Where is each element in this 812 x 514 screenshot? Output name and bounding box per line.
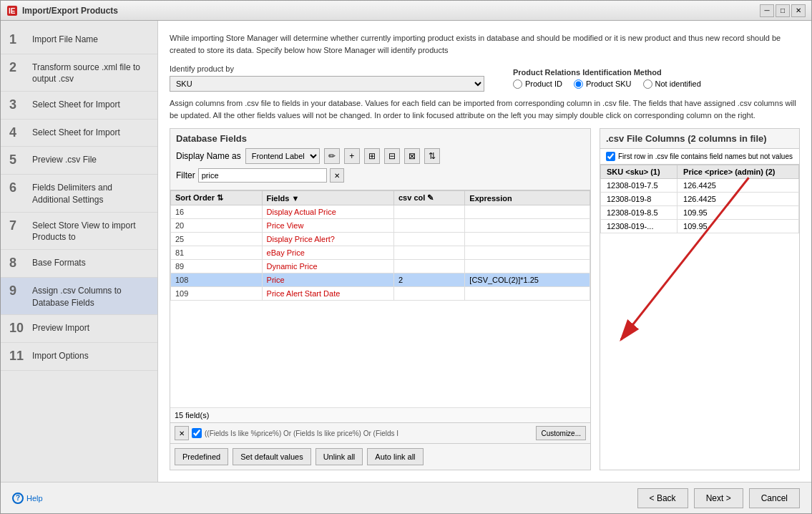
main-window: IE Import/Export Products ─ □ ✕ 1Import … bbox=[0, 0, 812, 514]
sidebar-item-7[interactable]: 7Select Store View to import Products to bbox=[1, 213, 157, 251]
grid1-icon-btn[interactable]: ⊞ bbox=[364, 148, 380, 164]
identify-row: Identify product by SKU Product Relation… bbox=[170, 64, 800, 92]
title-bar: IE Import/Export Products ─ □ ✕ bbox=[1, 1, 811, 21]
identify-select[interactable]: SKU bbox=[170, 76, 484, 92]
filter-checkbox[interactable] bbox=[192, 428, 202, 438]
sidebar: 1Import File Name2Transform source .xml … bbox=[1, 21, 158, 482]
filter-clear-btn[interactable]: ✕ bbox=[330, 168, 344, 183]
sidebar-item-11[interactable]: 11Import Options bbox=[1, 343, 157, 371]
maximize-button[interactable]: □ bbox=[776, 4, 790, 17]
db-fields-table: Sort Order ⇅ Fields ▼ csv col ✎ Expressi… bbox=[170, 190, 590, 301]
grid3-icon-btn[interactable]: ⊠ bbox=[404, 148, 420, 164]
unlink-all-btn[interactable]: Unlink all bbox=[315, 448, 363, 465]
edit-icon-btn[interactable]: ✏ bbox=[324, 148, 340, 164]
window-controls: ─ □ ✕ bbox=[760, 4, 806, 17]
customize-btn[interactable]: Customize... bbox=[536, 426, 586, 440]
csv-row: 12308-019-8.5109.95 bbox=[601, 206, 799, 220]
help-label: Help bbox=[26, 494, 43, 503]
radio-product-sku[interactable]: Product SKU bbox=[574, 79, 632, 89]
csv-row: 12308-019-...109.95 bbox=[601, 220, 799, 233]
col-fields[interactable]: Fields ▼ bbox=[262, 191, 393, 205]
db-fields-table-container: Sort Order ⇅ Fields ▼ csv col ✎ Expressi… bbox=[170, 190, 590, 407]
sidebar-item-2[interactable]: 2Transform source .xml file to output .c… bbox=[1, 54, 157, 92]
predefined-btn[interactable]: Predefined bbox=[175, 448, 228, 465]
back-button[interactable]: < Back bbox=[637, 488, 688, 508]
grid2-icon-btn[interactable]: ⊟ bbox=[384, 148, 400, 164]
next-button[interactable]: Next > bbox=[694, 488, 743, 508]
footer: ? Help < Back Next > Cancel bbox=[1, 482, 811, 513]
footer-buttons: < Back Next > Cancel bbox=[637, 488, 800, 508]
table-row[interactable]: 108 Price 2 [CSV_COL(2)]*1.25 bbox=[171, 273, 590, 287]
close-button[interactable]: ✕ bbox=[791, 4, 806, 17]
sidebar-item-10[interactable]: 10Preview Import bbox=[1, 315, 157, 343]
sidebar-item-5[interactable]: 5Preview .csv File bbox=[1, 147, 157, 175]
display-name-select[interactable]: Frontend Label bbox=[245, 148, 320, 164]
auto-link-btn[interactable]: Auto link all bbox=[367, 448, 423, 465]
two-panels: Database Fields Display Name as Frontend… bbox=[170, 128, 800, 470]
csv-header-row: SKU <sku> (1) Price <price> (admin) (2) bbox=[601, 165, 799, 179]
field-count: 15 field(s) bbox=[170, 407, 590, 422]
csv-row: 12308-019-7.5126.4425 bbox=[601, 179, 799, 193]
col-expression[interactable]: Expression bbox=[465, 191, 590, 205]
table-row[interactable]: 25 Display Price Alert? bbox=[171, 233, 590, 246]
table-row[interactable]: 20 Price View bbox=[171, 219, 590, 233]
filter-x-btn[interactable]: ✕ bbox=[175, 426, 189, 440]
identify-section: Identify product by SKU bbox=[170, 64, 484, 92]
product-relations-section: Product Relations Identification Method … bbox=[513, 68, 701, 89]
right-panel: While importing Store Manager will deter… bbox=[158, 21, 811, 482]
radio-group: Product ID Product SKU Not identified bbox=[513, 79, 701, 89]
sidebar-item-1[interactable]: 1Import File Name bbox=[1, 26, 157, 54]
filter-input[interactable] bbox=[198, 168, 327, 183]
help-link[interactable]: ? Help bbox=[12, 493, 43, 504]
sidebar-item-9[interactable]: 9Assign .csv Columns to Database Fields bbox=[1, 278, 157, 316]
info-text: While importing Store Manager will deter… bbox=[170, 32, 800, 56]
db-panel-header: Database Fields Display Name as Frontend… bbox=[170, 129, 590, 190]
display-name-row: Display Name as Frontend Label ✏ + ⊞ ⊟ ⊠… bbox=[176, 148, 584, 164]
db-panel-title: Database Fields bbox=[176, 133, 584, 144]
csv-data-table: SKU <sku> (1) Price <price> (admin) (2) … bbox=[600, 165, 799, 233]
sidebar-item-4[interactable]: 4Select Sheet for Import bbox=[1, 120, 157, 147]
csv-table-container: SKU <sku> (1) Price <price> (admin) (2) … bbox=[600, 165, 799, 470]
col-csv-col[interactable]: csv col ✎ bbox=[393, 191, 464, 205]
filter-bar: ✕ ((Fields Is like %price%) Or (Fields I… bbox=[170, 422, 590, 443]
window-title: Import/Export Products bbox=[22, 6, 760, 16]
col-sort-order[interactable]: Sort Order ⇅ bbox=[171, 191, 263, 205]
table-row[interactable]: 16 Display Actual Price bbox=[171, 205, 590, 219]
app-icon: IE bbox=[6, 5, 18, 16]
db-fields-panel: Database Fields Display Name as Frontend… bbox=[170, 128, 591, 470]
add-icon-btn[interactable]: + bbox=[344, 148, 360, 164]
cancel-button[interactable]: Cancel bbox=[749, 488, 800, 508]
svg-text:IE: IE bbox=[9, 7, 16, 15]
display-name-label: Display Name as bbox=[176, 151, 241, 161]
radio-not-identified[interactable]: Not identified bbox=[643, 79, 701, 89]
csv-checkbox-row: First row in .csv file contains field na… bbox=[600, 149, 799, 165]
csv-checkbox-label: First row in .csv file contains field na… bbox=[618, 152, 793, 160]
set-default-btn[interactable]: Set default values bbox=[233, 448, 310, 465]
table-row[interactable]: 81 eBay Price bbox=[171, 246, 590, 260]
identify-label: Identify product by bbox=[170, 64, 484, 73]
help-icon: ? bbox=[12, 493, 24, 504]
sidebar-item-3[interactable]: 3Select Sheet for Import bbox=[1, 92, 157, 120]
sidebar-item-6[interactable]: 6Fields Delimiters and Additional Settin… bbox=[1, 175, 157, 213]
first-row-checkbox[interactable] bbox=[606, 152, 615, 161]
filter-label: Filter bbox=[176, 170, 195, 180]
csv-col-sku[interactable]: SKU <sku> (1) bbox=[601, 165, 678, 179]
csv-row: 12308-019-8126.4425 bbox=[601, 193, 799, 206]
filter-bar-text: ((Fields Is like %price%) Or (Fields Is … bbox=[205, 430, 533, 437]
bottom-buttons: Predefined Set default values Unlink all… bbox=[170, 443, 590, 470]
table-header-row: Sort Order ⇅ Fields ▼ csv col ✎ Expressi… bbox=[171, 191, 590, 205]
filter-row: Filter ✕ bbox=[176, 168, 584, 183]
csv-panel: .csv File Columns (2 columns in file) Fi… bbox=[600, 128, 800, 470]
assign-text: Assign columns from .csv file to fields … bbox=[170, 97, 800, 121]
product-relations-label: Product Relations Identification Method bbox=[513, 68, 701, 77]
sidebar-item-8[interactable]: 8Base Formats bbox=[1, 250, 157, 278]
sort-icon-btn[interactable]: ⇅ bbox=[424, 148, 440, 164]
radio-product-id[interactable]: Product ID bbox=[513, 79, 562, 89]
csv-panel-title: .csv File Columns (2 columns in file) bbox=[600, 129, 799, 149]
minimize-button[interactable]: ─ bbox=[760, 4, 774, 17]
csv-col-price[interactable]: Price <price> (admin) (2) bbox=[678, 165, 799, 179]
table-row[interactable]: 109 Price Alert Start Date bbox=[171, 287, 590, 301]
table-row[interactable]: 89 Dynamic Price bbox=[171, 260, 590, 273]
